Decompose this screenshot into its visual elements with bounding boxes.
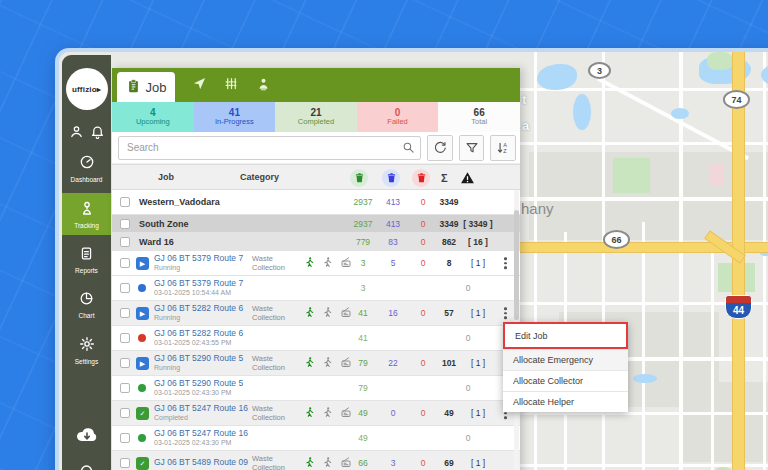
map-label-fragment: a xyxy=(522,118,529,133)
job-link[interactable]: GJ 06 BT 5290 Route 5 xyxy=(154,378,243,388)
row-checkbox[interactable] xyxy=(120,197,130,207)
group-row[interactable]: Ward 16779830862[ 16 ] xyxy=(112,233,520,251)
job-role-icons xyxy=(304,356,352,371)
map-water xyxy=(573,94,591,130)
job-subtext: Running xyxy=(154,314,243,323)
job-row[interactable]: GJ 06 BT 5379 Route 703-01-2025 10:54:44… xyxy=(112,276,520,301)
job-subtext: Running xyxy=(154,364,243,373)
sort-button[interactable]: AZ xyxy=(490,135,516,161)
sidebar-bottom-icons xyxy=(75,425,99,470)
job-link[interactable]: GJ 06 BT 5282 Route 6 xyxy=(154,303,243,313)
job-table-body: Western_Vadodara293741303349South Zone29… xyxy=(112,190,520,470)
job-stats-bar: 4Upcoming41In-Progress21Completed0Failed… xyxy=(112,102,520,132)
bell-icon[interactable] xyxy=(90,124,105,143)
search-input[interactable] xyxy=(118,136,421,160)
sidebar-item-settings[interactable]: Settings xyxy=(62,329,111,371)
stat-total[interactable]: 66Total xyxy=(438,102,520,132)
job-link[interactable]: GJ 06 BT 5379 Route 7 xyxy=(154,278,243,288)
stat-label: Upcoming xyxy=(136,118,170,127)
job-row[interactable]: ✓GJ 06 BT 5247 Route 16CompletedWaste Co… xyxy=(112,401,520,426)
job-link[interactable]: GJ 06 BT 5290 Route 5 xyxy=(154,353,243,363)
column-job: Job xyxy=(158,172,174,182)
helper-icon xyxy=(322,456,333,470)
group-value: 2937 xyxy=(346,219,380,229)
sidebar-item-label: Reports xyxy=(75,267,98,274)
stat-failed[interactable]: 0Failed xyxy=(357,102,439,132)
row-checkbox[interactable] xyxy=(120,237,130,247)
cloud-download-icon[interactable] xyxy=(75,425,99,447)
sub-value: 79 xyxy=(346,383,380,393)
helper-icon xyxy=(322,256,333,271)
job-clipboard-icon xyxy=(126,78,141,97)
running-play-badge: ▶ xyxy=(136,357,149,370)
row-checkbox[interactable] xyxy=(120,433,130,443)
row-checkbox[interactable] xyxy=(120,219,130,229)
menu-item-allocate-collector[interactable]: Allocate Collector xyxy=(503,370,628,391)
job-category: Waste Collection xyxy=(252,254,304,272)
group-value: 413 xyxy=(378,219,408,229)
job-link[interactable]: GJ 06 BT 5282 Route 6 xyxy=(154,328,243,338)
map-street xyxy=(763,52,766,470)
menu-item-allocate-helper[interactable]: Allocate Helper xyxy=(503,391,628,412)
routes-icon[interactable] xyxy=(224,76,239,93)
menu-item-allocate-emergency[interactable]: Allocate Emergency xyxy=(503,349,628,370)
map-street xyxy=(519,464,768,467)
job-row[interactable]: GJ 06 BT 5282 Route 603-01-2025 02:43:55… xyxy=(112,326,520,351)
menu-item-label: Edit Job xyxy=(515,331,548,341)
row-checkbox[interactable] xyxy=(120,283,130,293)
navigate-icon[interactable] xyxy=(192,76,207,93)
sub-value: 3 xyxy=(346,283,380,293)
menu-item-edit-job[interactable]: Edit Job xyxy=(503,322,628,349)
stat-completed[interactable]: 21Completed xyxy=(275,102,357,132)
job-name-block: GJ 06 BT 5282 Route 6Running xyxy=(154,303,243,323)
sidebar-item-dashboard[interactable]: Dashboard xyxy=(62,147,111,189)
group-value: 413 xyxy=(378,197,408,207)
row-checkbox[interactable] xyxy=(120,258,130,268)
person-pin-icon[interactable] xyxy=(256,76,271,93)
group-row[interactable]: South Zone293741303349[ 3349 ] xyxy=(112,215,520,233)
row-checkbox[interactable] xyxy=(120,458,130,468)
group-row[interactable]: Western_Vadodara293741303349 xyxy=(112,190,520,215)
tab-job[interactable]: Job xyxy=(117,72,175,102)
row-menu-kebab[interactable] xyxy=(504,257,507,269)
sidebar-item-chart[interactable]: Chart xyxy=(62,284,111,325)
stat-upcoming[interactable]: 4Upcoming xyxy=(112,102,194,132)
settings-icon xyxy=(79,336,95,356)
job-panel: Job 4Upcoming41In-Progress21Completed0Fa… xyxy=(112,68,520,470)
stat-label: Failed xyxy=(387,118,407,127)
job-row[interactable]: GJ 06 BT 5290 Route 503-01-2025 02:43:30… xyxy=(112,376,520,401)
filter-button[interactable] xyxy=(459,135,485,161)
job-value: 79 xyxy=(346,358,380,368)
row-menu-kebab[interactable] xyxy=(504,307,507,319)
sidebar-item-reports[interactable]: Reports xyxy=(62,239,111,280)
headset-icon[interactable] xyxy=(78,461,95,470)
job-row[interactable]: ▶GJ 06 BT 5379 Route 7RunningWaste Colle… xyxy=(112,251,520,276)
job-link[interactable]: GJ 06 BT 5247 Route 16 xyxy=(154,428,248,438)
menu-item-label: Allocate Emergency xyxy=(513,355,593,365)
job-link[interactable]: GJ 06 BT 5247 Route 16 xyxy=(154,403,248,413)
refresh-button[interactable] xyxy=(427,135,453,161)
row-checkbox[interactable] xyxy=(120,308,130,318)
job-category: Waste Collection xyxy=(252,454,304,470)
job-row[interactable]: ✓GJ 06 BT 5489 Route 09Waste Collection6… xyxy=(112,451,520,470)
job-value: 41 xyxy=(346,308,380,318)
job-row[interactable]: ▶GJ 06 BT 5290 Route 5RunningWaste Colle… xyxy=(112,351,520,376)
job-row[interactable]: GJ 06 BT 5247 Route 1603-01-2025 02:43:3… xyxy=(112,426,520,451)
row-checkbox[interactable] xyxy=(120,408,130,418)
sidebar-item-tracking[interactable]: Tracking xyxy=(62,193,111,235)
scrollbar-thumb[interactable] xyxy=(514,210,519,320)
row-checkbox[interactable] xyxy=(120,383,130,393)
row-checkbox[interactable] xyxy=(120,333,130,343)
sigma-column: Σ xyxy=(441,172,448,184)
job-row[interactable]: ▶GJ 06 BT 5282 Route 6RunningWaste Colle… xyxy=(112,301,520,326)
row-checkbox[interactable] xyxy=(120,358,130,368)
job-link[interactable]: GJ 06 BT 5489 Route 09 xyxy=(154,457,248,467)
status-dot xyxy=(138,334,146,342)
sub-value: 49 xyxy=(346,433,380,443)
reports-icon xyxy=(79,246,94,265)
status-dot xyxy=(138,284,146,292)
interstate-shield-44: 44 xyxy=(725,295,752,319)
stat-in-progress[interactable]: 41In-Progress xyxy=(194,102,276,132)
job-link[interactable]: GJ 06 BT 5379 Route 7 xyxy=(154,253,243,263)
user-icon[interactable] xyxy=(69,124,84,143)
